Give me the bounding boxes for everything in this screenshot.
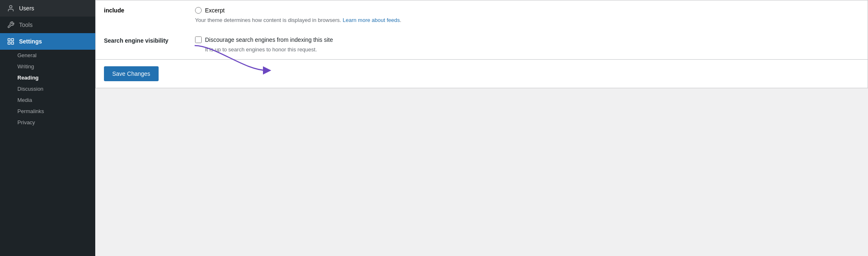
sidebar-item-users-label: Users [19,5,34,12]
sidebar-item-permalinks[interactable]: Permalinks [0,106,95,117]
include-section: include Excerpt Your theme determines ho… [95,0,868,30]
sidebar-item-tools[interactable]: Tools [0,17,95,33]
sidebar-item-discussion[interactable]: Discussion [0,83,95,94]
svg-rect-2 [12,39,14,41]
discourage-option[interactable]: Discourage search engines from indexing … [195,36,859,43]
svg-point-0 [10,5,12,8]
include-row: include Excerpt Your theme determines ho… [104,7,859,23]
sidebar-item-reading[interactable]: Reading [0,72,95,83]
search-engine-row: Search engine visibility Discourage sear… [96,30,868,59]
settings-submenu: General Writing Reading Discussion Media… [0,50,95,128]
sidebar-item-media[interactable]: Media [0,94,95,106]
users-icon [7,4,15,12]
include-control: Excerpt Your theme determines how conten… [195,7,401,23]
discourage-checkbox[interactable] [195,36,202,43]
tools-icon [7,21,15,29]
sidebar-item-privacy[interactable]: Privacy [0,117,95,128]
include-label-cell: include [104,7,195,14]
discourage-description: It is up to search engines to honor this… [195,46,859,53]
sidebar-item-users[interactable]: Users [0,0,95,17]
svg-rect-3 [12,42,14,44]
svg-rect-4 [8,42,10,44]
search-engine-section: Search engine visibility Discourage sear… [95,30,868,60]
excerpt-option[interactable]: Excerpt [195,7,401,14]
page-wrapper: Users Tools Settings [0,0,868,256]
sidebar-item-settings-label: Settings [19,38,42,45]
main-content: include Excerpt Your theme determines ho… [95,0,868,256]
learn-more-link[interactable]: Learn more about feeds [343,17,400,23]
discourage-label: Discourage search engines from indexing … [205,36,333,43]
excerpt-radio[interactable] [195,7,202,14]
sidebar: Users Tools Settings [0,0,95,256]
sidebar-item-writing[interactable]: Writing [0,61,95,72]
excerpt-label: Excerpt [205,7,224,14]
svg-rect-1 [8,39,10,41]
sidebar-item-tools-label: Tools [19,22,33,28]
include-label: include [104,7,124,14]
sidebar-item-general[interactable]: General [0,50,95,61]
settings-icon [7,37,15,46]
search-engine-control: Discourage search engines from indexing … [195,36,859,53]
save-button[interactable]: Save Changes [104,66,159,81]
sidebar-item-settings[interactable]: Settings [0,33,95,50]
search-engine-label: Search engine visibility [104,36,195,44]
save-section: Save Changes [95,60,868,88]
theme-description: Your theme determines how content is dis… [195,17,401,23]
